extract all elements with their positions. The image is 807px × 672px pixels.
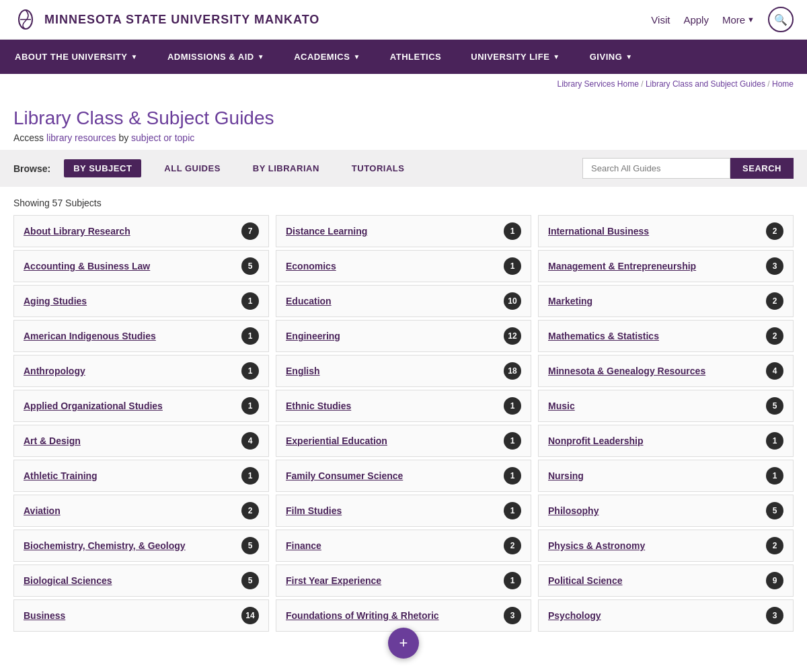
breadcrumb-class-guides[interactable]: Library Class and Subject Guides [646, 79, 765, 89]
subject-name: Ethnic Studies [286, 401, 351, 411]
subject-item[interactable]: Psychology3 [538, 599, 794, 632]
subject-count-badge: 4 [241, 432, 259, 450]
more-link[interactable]: More ▼ [722, 14, 755, 26]
subject-name: Philosophy [548, 505, 599, 516]
admissions-chevron-icon: ▼ [258, 53, 264, 60]
subject-count-badge: 2 [241, 502, 259, 519]
subject-item[interactable]: First Year Experience1 [276, 564, 531, 597]
apply-link[interactable]: Apply [683, 14, 709, 26]
float-button[interactable]: + [388, 628, 419, 659]
subject-item[interactable]: About Library Research7 [13, 215, 269, 247]
subject-count-badge: 5 [241, 572, 259, 589]
subject-item[interactable]: International Business2 [538, 215, 794, 247]
nav-about[interactable]: About the University ▼ [0, 40, 153, 74]
nav-giving[interactable]: Giving ▼ [575, 40, 648, 74]
subject-item[interactable]: Mathematics & Statistics2 [538, 320, 794, 352]
subject-count-badge: 7 [241, 222, 259, 240]
nav-admissions[interactable]: Admissions & Aid ▼ [153, 40, 279, 74]
subject-item[interactable]: Physics & Astronomy2 [538, 530, 794, 562]
search-button[interactable]: 🔍 [768, 7, 794, 32]
nav-academics[interactable]: Academics ▼ [279, 40, 375, 74]
subject-item[interactable]: English18 [276, 355, 531, 387]
subject-item[interactable]: Biological Sciences5 [13, 564, 269, 597]
logo-icon [13, 7, 38, 32]
subjects-col-3: International Business2Management & Entr… [535, 215, 797, 634]
breadcrumb-library-home[interactable]: Library Services Home [557, 79, 638, 89]
subject-item[interactable]: Aviation2 [13, 495, 269, 527]
subject-topic-link[interactable]: subject or topic [131, 132, 194, 143]
subject-count-badge: 1 [241, 362, 259, 380]
search-button[interactable]: Search [730, 158, 794, 179]
subject-count-badge: 5 [766, 397, 783, 415]
subject-item[interactable]: Art & Design4 [13, 425, 269, 457]
tab-by-librarian[interactable]: By Librarian [243, 159, 329, 177]
subject-name: About Library Research [24, 226, 130, 237]
subject-item[interactable]: Applied Organizational Studies1 [13, 390, 269, 422]
subject-item[interactable]: Film Studies1 [276, 495, 531, 527]
library-resources-link[interactable]: library resources [46, 132, 116, 143]
breadcrumb-home[interactable]: Home [772, 79, 794, 89]
subject-item[interactable]: Aging Studies1 [13, 285, 269, 317]
subject-item[interactable]: Biochemistry, Chemistry, & Geology5 [13, 530, 269, 562]
subject-item[interactable]: American Indigenous Studies1 [13, 320, 269, 352]
subject-item[interactable]: Accounting & Business Law5 [13, 250, 269, 282]
subject-item[interactable]: Experiential Education1 [276, 425, 531, 457]
subject-count-badge: 1 [504, 467, 521, 485]
subject-name: Applied Organizational Studies [24, 401, 163, 411]
subject-item[interactable]: Music5 [538, 390, 794, 422]
subject-item[interactable]: Engineering12 [276, 320, 531, 352]
subject-name: Management & Entrepreneurship [548, 261, 696, 271]
main-nav: About the University ▼ Admissions & Aid … [0, 40, 807, 74]
subject-count-badge: 14 [241, 607, 259, 624]
subject-item[interactable]: Management & Entrepreneurship3 [538, 250, 794, 282]
nav-athletics[interactable]: Athletics [375, 40, 456, 74]
subject-name: Film Studies [286, 505, 342, 516]
subject-count-badge: 18 [504, 362, 521, 380]
subject-name: English [286, 366, 320, 376]
subject-name: International Business [548, 226, 649, 237]
subject-item[interactable]: Athletic Training1 [13, 460, 269, 492]
tab-tutorials[interactable]: Tutorials [342, 159, 414, 177]
subject-item[interactable]: Anthropology1 [13, 355, 269, 387]
subjects-count: Showing 57 Subjects [0, 187, 807, 215]
subject-name: Aging Studies [24, 296, 87, 306]
subject-item[interactable]: Political Science9 [538, 564, 794, 597]
subject-count-badge: 1 [241, 467, 259, 485]
subject-item[interactable]: Business14 [13, 599, 269, 632]
search-input[interactable] [582, 158, 730, 179]
subject-item[interactable]: Marketing2 [538, 285, 794, 317]
search-area: Search [582, 158, 794, 179]
subject-item[interactable]: Finance2 [276, 530, 531, 562]
subject-count-badge: 1 [766, 467, 783, 485]
subject-count-badge: 3 [766, 607, 783, 624]
subject-item[interactable]: Nursing1 [538, 460, 794, 492]
subject-name: Foundations of Writing & Rhetoric [286, 610, 439, 621]
subject-name: Distance Learning [286, 226, 367, 237]
univlife-chevron-icon: ▼ [553, 53, 560, 60]
subject-item[interactable]: Nonprofit Leadership1 [538, 425, 794, 457]
subject-count-badge: 1 [241, 327, 259, 345]
subject-item[interactable]: Philosophy5 [538, 495, 794, 527]
subject-name: Biochemistry, Chemistry, & Geology [24, 540, 186, 551]
subject-count-badge: 2 [766, 292, 783, 310]
tab-by-subject[interactable]: By Subject [64, 159, 141, 177]
subject-count-badge: 1 [241, 397, 259, 415]
subject-name: Marketing [548, 296, 592, 306]
nav-university-life[interactable]: University Life ▼ [456, 40, 574, 74]
subject-item[interactable]: Ethnic Studies1 [276, 390, 531, 422]
subject-item[interactable]: Minnesota & Genealogy Resources4 [538, 355, 794, 387]
subject-name: Accounting & Business Law [24, 261, 150, 271]
tab-all-guides[interactable]: All Guides [155, 159, 230, 177]
subject-name: Business [24, 610, 65, 621]
subject-count-badge: 3 [766, 257, 783, 275]
subject-item[interactable]: Education10 [276, 285, 531, 317]
subject-name: Economics [286, 261, 336, 271]
subject-item[interactable]: Family Consumer Science1 [276, 460, 531, 492]
visit-link[interactable]: Visit [651, 14, 670, 26]
subject-count-badge: 1 [504, 572, 521, 589]
subject-item[interactable]: Economics1 [276, 250, 531, 282]
subject-item[interactable]: Distance Learning1 [276, 215, 531, 247]
subject-item[interactable]: Foundations of Writing & Rhetoric3 [276, 599, 531, 632]
subject-count-badge: 1 [504, 432, 521, 450]
top-nav: Visit Apply More ▼ 🔍 [651, 7, 794, 32]
